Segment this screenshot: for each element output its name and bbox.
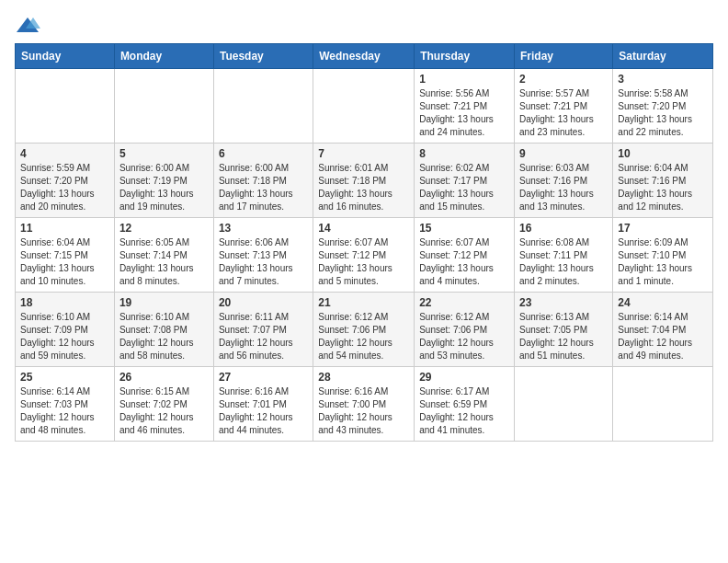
- day-info: Sunrise: 6:05 AM Sunset: 7:14 PM Dayligh…: [119, 236, 209, 288]
- calendar-body: 1Sunrise: 5:56 AM Sunset: 7:21 PM Daylig…: [16, 69, 713, 442]
- calendar-cell: 12Sunrise: 6:05 AM Sunset: 7:14 PM Dayli…: [114, 218, 213, 293]
- day-info: Sunrise: 6:04 AM Sunset: 7:16 PM Dayligh…: [618, 162, 708, 213]
- day-info: Sunrise: 6:14 AM Sunset: 7:03 PM Dayligh…: [20, 385, 109, 437]
- calendar-week-row: 25Sunrise: 6:14 AM Sunset: 7:03 PM Dayli…: [16, 367, 713, 442]
- calendar-cell: 18Sunrise: 6:10 AM Sunset: 7:09 PM Dayli…: [16, 293, 115, 367]
- day-number: 10: [618, 147, 708, 160]
- day-info: Sunrise: 6:00 AM Sunset: 7:18 PM Dayligh…: [219, 162, 308, 213]
- day-info: Sunrise: 6:02 AM Sunset: 7:17 PM Dayligh…: [419, 162, 509, 213]
- day-number: 29: [419, 371, 509, 384]
- day-info: Sunrise: 6:12 AM Sunset: 7:06 PM Dayligh…: [318, 311, 409, 362]
- calendar-cell: 25Sunrise: 6:14 AM Sunset: 7:03 PM Dayli…: [16, 367, 115, 442]
- day-number: 14: [318, 222, 409, 235]
- logo: [15, 15, 44, 34]
- day-info: Sunrise: 5:56 AM Sunset: 7:21 PM Dayligh…: [419, 87, 509, 139]
- day-number: 17: [618, 222, 708, 235]
- day-number: 23: [519, 296, 608, 309]
- calendar-cell: 9Sunrise: 6:03 AM Sunset: 7:16 PM Daylig…: [515, 144, 613, 218]
- calendar-week-row: 4Sunrise: 5:59 AM Sunset: 7:20 PM Daylig…: [16, 144, 713, 218]
- calendar-day-header: Thursday: [415, 44, 515, 69]
- day-info: Sunrise: 6:11 AM Sunset: 7:07 PM Dayligh…: [219, 311, 308, 362]
- calendar-cell: [114, 69, 213, 144]
- calendar-cell: [613, 367, 713, 442]
- day-info: Sunrise: 6:16 AM Sunset: 7:01 PM Dayligh…: [219, 385, 308, 437]
- calendar-week-row: 1Sunrise: 5:56 AM Sunset: 7:21 PM Daylig…: [16, 69, 713, 144]
- calendar-cell: 5Sunrise: 6:00 AM Sunset: 7:19 PM Daylig…: [114, 144, 213, 218]
- calendar-day-header: Monday: [114, 44, 213, 69]
- calendar-cell: [213, 69, 313, 144]
- calendar-cell: 7Sunrise: 6:01 AM Sunset: 7:18 PM Daylig…: [313, 144, 415, 218]
- calendar-cell: 28Sunrise: 6:16 AM Sunset: 7:00 PM Dayli…: [313, 367, 415, 442]
- day-number: 25: [20, 371, 109, 384]
- day-number: 20: [219, 296, 308, 309]
- calendar-cell: [515, 367, 613, 442]
- day-number: 1: [419, 73, 509, 86]
- day-info: Sunrise: 6:13 AM Sunset: 7:05 PM Dayligh…: [519, 311, 608, 362]
- day-number: 11: [20, 222, 109, 235]
- calendar-cell: 16Sunrise: 6:08 AM Sunset: 7:11 PM Dayli…: [515, 218, 613, 293]
- calendar-week-row: 18Sunrise: 6:10 AM Sunset: 7:09 PM Dayli…: [16, 293, 713, 367]
- calendar-cell: 3Sunrise: 5:58 AM Sunset: 7:20 PM Daylig…: [613, 69, 713, 144]
- day-number: 26: [119, 371, 209, 384]
- calendar-cell: 15Sunrise: 6:07 AM Sunset: 7:12 PM Dayli…: [415, 218, 515, 293]
- calendar-cell: 23Sunrise: 6:13 AM Sunset: 7:05 PM Dayli…: [515, 293, 613, 367]
- day-number: 2: [519, 73, 608, 86]
- day-number: 24: [618, 296, 708, 309]
- day-info: Sunrise: 5:57 AM Sunset: 7:21 PM Dayligh…: [519, 87, 608, 139]
- calendar-cell: [16, 69, 115, 144]
- day-number: 8: [419, 147, 509, 160]
- calendar-cell: 22Sunrise: 6:12 AM Sunset: 7:06 PM Dayli…: [415, 293, 515, 367]
- calendar-cell: 2Sunrise: 5:57 AM Sunset: 7:21 PM Daylig…: [515, 69, 613, 144]
- calendar-cell: 26Sunrise: 6:15 AM Sunset: 7:02 PM Dayli…: [114, 367, 213, 442]
- calendar-cell: 27Sunrise: 6:16 AM Sunset: 7:01 PM Dayli…: [213, 367, 313, 442]
- day-info: Sunrise: 6:00 AM Sunset: 7:19 PM Dayligh…: [119, 162, 209, 213]
- day-number: 3: [618, 73, 708, 86]
- day-info: Sunrise: 6:03 AM Sunset: 7:16 PM Dayligh…: [519, 162, 608, 213]
- day-number: 7: [318, 147, 409, 160]
- day-number: 6: [219, 147, 308, 160]
- day-info: Sunrise: 6:07 AM Sunset: 7:12 PM Dayligh…: [318, 236, 409, 288]
- day-number: 12: [119, 222, 209, 235]
- calendar-cell: 11Sunrise: 6:04 AM Sunset: 7:15 PM Dayli…: [16, 218, 115, 293]
- calendar-cell: 1Sunrise: 5:56 AM Sunset: 7:21 PM Daylig…: [415, 69, 515, 144]
- calendar-cell: [313, 69, 415, 144]
- day-info: Sunrise: 6:15 AM Sunset: 7:02 PM Dayligh…: [119, 385, 209, 437]
- calendar-week-row: 11Sunrise: 6:04 AM Sunset: 7:15 PM Dayli…: [16, 218, 713, 293]
- day-info: Sunrise: 6:17 AM Sunset: 6:59 PM Dayligh…: [419, 385, 509, 437]
- calendar-cell: 13Sunrise: 6:06 AM Sunset: 7:13 PM Dayli…: [213, 218, 313, 293]
- day-number: 16: [519, 222, 608, 235]
- calendar-cell: 10Sunrise: 6:04 AM Sunset: 7:16 PM Dayli…: [613, 144, 713, 218]
- logo-icon: [15, 16, 40, 34]
- day-info: Sunrise: 6:08 AM Sunset: 7:11 PM Dayligh…: [519, 236, 608, 288]
- calendar-cell: 29Sunrise: 6:17 AM Sunset: 6:59 PM Dayli…: [415, 367, 515, 442]
- calendar-cell: 24Sunrise: 6:14 AM Sunset: 7:04 PM Dayli…: [613, 293, 713, 367]
- day-info: Sunrise: 6:01 AM Sunset: 7:18 PM Dayligh…: [318, 162, 409, 213]
- day-number: 19: [119, 296, 209, 309]
- calendar-cell: 20Sunrise: 6:11 AM Sunset: 7:07 PM Dayli…: [213, 293, 313, 367]
- calendar-day-header: Tuesday: [213, 44, 313, 69]
- calendar-header-row: SundayMondayTuesdayWednesdayThursdayFrid…: [16, 44, 713, 69]
- day-number: 9: [519, 147, 608, 160]
- calendar-day-header: Friday: [515, 44, 613, 69]
- day-info: Sunrise: 6:16 AM Sunset: 7:00 PM Dayligh…: [318, 385, 409, 437]
- calendar-day-header: Saturday: [613, 44, 713, 69]
- day-number: 27: [219, 371, 308, 384]
- day-info: Sunrise: 6:14 AM Sunset: 7:04 PM Dayligh…: [618, 311, 708, 362]
- day-number: 28: [318, 371, 409, 384]
- day-number: 5: [119, 147, 209, 160]
- calendar: SundayMondayTuesdayWednesdayThursdayFrid…: [15, 43, 713, 442]
- day-number: 21: [318, 296, 409, 309]
- header: [15, 15, 713, 34]
- day-number: 22: [419, 296, 509, 309]
- day-number: 15: [419, 222, 509, 235]
- day-info: Sunrise: 6:06 AM Sunset: 7:13 PM Dayligh…: [219, 236, 308, 288]
- calendar-cell: 8Sunrise: 6:02 AM Sunset: 7:17 PM Daylig…: [415, 144, 515, 218]
- calendar-cell: 6Sunrise: 6:00 AM Sunset: 7:18 PM Daylig…: [213, 144, 313, 218]
- calendar-cell: 4Sunrise: 5:59 AM Sunset: 7:20 PM Daylig…: [16, 144, 115, 218]
- day-info: Sunrise: 6:04 AM Sunset: 7:15 PM Dayligh…: [20, 236, 109, 288]
- calendar-day-header: Sunday: [16, 44, 115, 69]
- day-info: Sunrise: 5:58 AM Sunset: 7:20 PM Dayligh…: [618, 87, 708, 139]
- day-info: Sunrise: 6:10 AM Sunset: 7:08 PM Dayligh…: [119, 311, 209, 362]
- day-info: Sunrise: 6:07 AM Sunset: 7:12 PM Dayligh…: [419, 236, 509, 288]
- calendar-day-header: Wednesday: [313, 44, 415, 69]
